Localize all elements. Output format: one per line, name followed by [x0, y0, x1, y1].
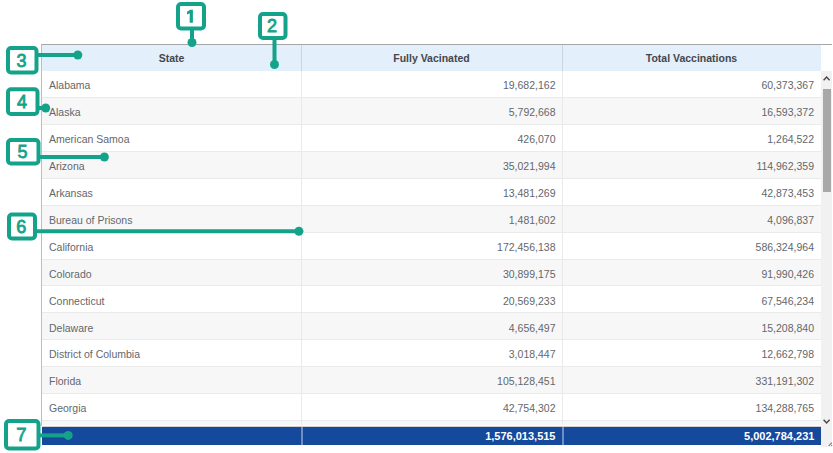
svg-text:2: 2: [267, 16, 277, 36]
svg-text:7: 7: [16, 424, 26, 445]
svg-text:6: 6: [16, 217, 26, 237]
svg-text:4: 4: [17, 92, 27, 112]
svg-text:5: 5: [17, 142, 27, 162]
svg-text:3: 3: [16, 51, 26, 71]
